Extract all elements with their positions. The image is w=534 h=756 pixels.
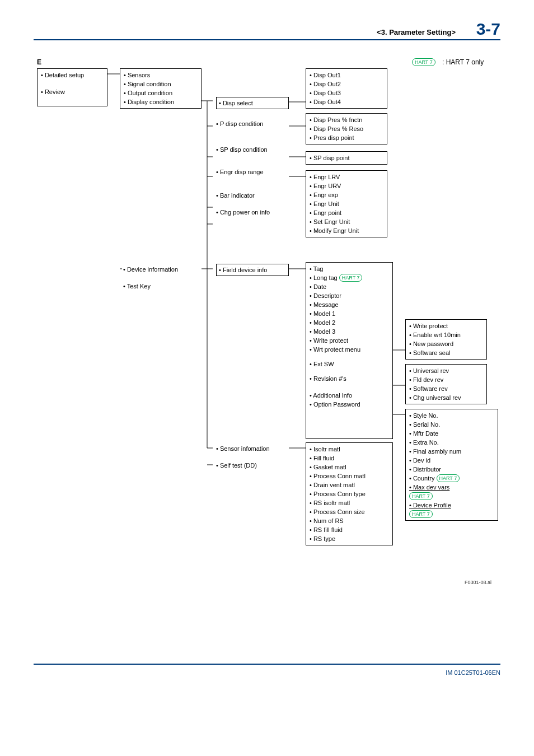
item: • Modify Engr Unit	[310, 226, 383, 235]
item: • Serial No.	[409, 420, 494, 429]
item: • Software rev	[409, 384, 483, 393]
item: • SP disp point	[310, 153, 383, 162]
item: • Device ProfileHART 7	[409, 501, 494, 519]
col5b-box: • Universal rev • Fld dev rev • Software…	[405, 364, 487, 404]
item: • Universal rev	[409, 366, 483, 375]
item: • Disp Out4	[310, 97, 383, 106]
item: • Max dev varsHART 7	[409, 483, 494, 501]
item: • Engr exp	[310, 190, 383, 199]
item: • Pres disp point	[310, 133, 383, 142]
item: • Dev id	[409, 456, 494, 465]
item: • SP disp condition	[216, 145, 290, 154]
footer-rule	[34, 664, 500, 665]
item: • RS isoltr matl	[310, 498, 389, 507]
item: • Engr URV	[310, 181, 383, 190]
item: • Review	[41, 87, 104, 96]
hart7-badge-icon: HART 7	[339, 274, 363, 282]
item: • Additional Info	[310, 391, 389, 400]
item: • Model 1	[310, 309, 389, 318]
col4f-box: • Isoltr matl • Fill fluid • Gasket matl…	[306, 442, 393, 545]
figure-id: F0301-08.ai	[465, 580, 491, 585]
item: • Disp Pres % Reso	[310, 124, 383, 133]
item: • Enable wrt 10min	[409, 330, 483, 339]
item: • Self test (DD)	[216, 461, 290, 470]
item: • Fill fluid	[310, 454, 389, 463]
col1-box: • Detailed setup • Review	[37, 68, 107, 106]
item: • Write protect	[310, 336, 389, 345]
item: • Write protect	[409, 321, 483, 330]
item: • RS fill fluid	[310, 525, 389, 534]
item: • Chg universal rev	[409, 393, 483, 402]
item: • Engr LRV	[310, 172, 383, 181]
item: • Disp Out2	[310, 80, 383, 88]
col3b-box: • Field device info • Sensor infomation …	[213, 262, 293, 472]
item: • Software seal	[409, 348, 483, 357]
item: • Gasket matl	[310, 463, 389, 472]
col2a-box: • Sensors • Signal condition • Output co…	[120, 68, 202, 109]
item: • Sensor infomation	[216, 444, 290, 453]
col5c-box: • Style No. • Serial No. • Mftr Date • E…	[405, 409, 498, 521]
item: • Style No.	[409, 411, 494, 420]
item: • Disp Out1	[310, 71, 383, 80]
item: • Engr point	[310, 208, 383, 217]
hart7-badge-icon: HART 7	[437, 474, 460, 482]
item: • Display condition	[124, 97, 198, 106]
col2b-box: • Device information • Test Key	[120, 263, 200, 295]
item: • Country HART 7	[409, 474, 494, 483]
col5a-box: • Write protect • Enable wrt 10min • New…	[405, 319, 487, 360]
item: • Signal condition	[124, 80, 198, 88]
diagram-label-e: E	[37, 58, 41, 66]
item: • Descriptor	[310, 291, 389, 300]
item: • Output condition	[124, 88, 198, 97]
item: • Tag	[310, 264, 389, 273]
item: • RS type	[310, 534, 389, 543]
item: • Disp select	[216, 97, 289, 109]
item: • Process Conn type	[310, 489, 389, 498]
item: • Date	[310, 282, 389, 291]
item: • Fld dev rev	[409, 375, 483, 384]
item: • Chg power on info	[216, 208, 290, 217]
col4b-box: • Disp Pres % fnctn • Disp Pres % Reso •…	[306, 113, 387, 144]
item: • Field device info	[216, 264, 289, 276]
page-number: 3-7	[476, 20, 500, 39]
col4d-box: • Engr LRV • Engr URV • Engr exp • Engr …	[306, 170, 387, 237]
item: • Bar indicator	[216, 191, 290, 200]
item: • Device information	[123, 265, 197, 274]
item: • Message	[310, 300, 389, 309]
item: • Sensors	[124, 71, 198, 80]
item: • Detailed setup	[41, 71, 104, 80]
item: • Set Engr Unit	[310, 217, 383, 226]
col4a-box: • Disp Out1 • Disp Out2 • Disp Out3 • Di…	[306, 68, 387, 109]
item: • Engr Unit	[310, 199, 383, 208]
item: • Disp Pres % fnctn	[310, 115, 383, 124]
col4c-box: • SP disp point	[306, 151, 387, 165]
legend-hart7-badge: HART 7	[412, 58, 435, 66]
item: • Final asmbly num	[409, 447, 494, 456]
item: • Wrt protect menu	[310, 345, 389, 354]
item: • Extra No.	[409, 438, 494, 447]
footer-manual-id: IM 01C25T01-06EN	[446, 669, 500, 676]
item: • Engr disp range	[216, 167, 290, 176]
item: • New password	[409, 339, 483, 348]
item: • P disp condition	[216, 119, 290, 128]
item: • Isoltr matl	[310, 445, 389, 454]
item: • Drain vent matl	[310, 480, 389, 489]
item: • Disp Out3	[310, 88, 383, 97]
legend-text: : HART 7 only	[442, 58, 484, 66]
item: • Test Key	[123, 282, 197, 291]
item: • Num of RS	[310, 516, 389, 525]
item: • Long tag HART 7	[310, 273, 389, 282]
item: • Mftr Date	[409, 429, 494, 438]
item: • Model 2	[310, 318, 389, 327]
item: • Distributor	[409, 465, 494, 474]
item: • Option Password	[310, 400, 389, 409]
item: • Process Conn matl	[310, 472, 389, 480]
header-rule	[34, 39, 500, 40]
item: • Revision #'s	[310, 374, 389, 383]
item: • Process Conn size	[310, 507, 389, 516]
section-title: <3. Parameter Setting>	[377, 28, 456, 36]
col3a-box: • Disp select • P disp condition • SP di…	[213, 95, 293, 250]
hart7-badge-icon: HART 7	[409, 492, 433, 500]
hart7-badge-icon: HART 7	[409, 510, 433, 518]
item: • Model 3	[310, 327, 389, 336]
